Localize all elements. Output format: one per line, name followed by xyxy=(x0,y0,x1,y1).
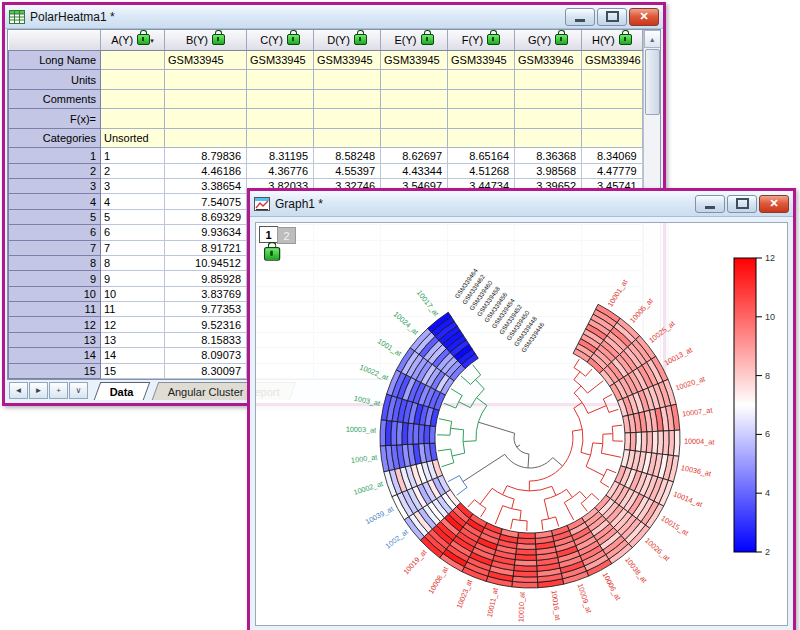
row-number[interactable]: 3 xyxy=(9,179,101,194)
data-cell[interactable]: 10.94512 xyxy=(165,255,247,270)
row-number[interactable]: 6 xyxy=(9,225,101,240)
data-cell[interactable]: 8.62697 xyxy=(381,148,448,163)
data-cell[interactable]: 8.58248 xyxy=(314,148,381,163)
row-number[interactable]: 13 xyxy=(9,332,101,347)
column-header-1[interactable]: B(Y) xyxy=(165,30,247,51)
meta-cell[interactable] xyxy=(247,89,314,108)
data-cell[interactable]: 4.47779 xyxy=(582,163,643,178)
scrollbar-thumb[interactable] xyxy=(645,49,660,115)
sheet-list-button[interactable]: ∨ xyxy=(69,382,88,399)
row-number[interactable]: 9 xyxy=(9,271,101,286)
meta-cell[interactable]: GSM33945 xyxy=(165,51,247,70)
meta-cell[interactable] xyxy=(247,128,314,147)
meta-cell[interactable]: Unsorted xyxy=(101,128,165,147)
minimize-button[interactable] xyxy=(565,8,595,26)
data-cell[interactable]: 7 xyxy=(101,240,165,255)
meta-cell[interactable] xyxy=(582,128,643,147)
data-cell[interactable]: 9.77353 xyxy=(165,302,247,317)
column-header-4[interactable]: E(Y) xyxy=(381,30,448,51)
row-number[interactable]: 14 xyxy=(9,348,101,363)
meta-cell[interactable] xyxy=(314,128,381,147)
meta-cell[interactable] xyxy=(381,89,448,108)
meta-cell[interactable] xyxy=(515,89,582,108)
data-cell[interactable]: 8.91721 xyxy=(165,240,247,255)
meta-cell[interactable] xyxy=(448,70,515,89)
meta-cell[interactable] xyxy=(582,109,643,128)
data-cell[interactable]: 10 xyxy=(101,286,165,301)
data-cell[interactable]: 4.43344 xyxy=(381,163,448,178)
data-cell[interactable]: 8.31195 xyxy=(247,148,314,163)
data-cell[interactable]: 8.15833 xyxy=(165,332,247,347)
row-number[interactable]: 5 xyxy=(9,209,101,224)
row-number[interactable]: 7 xyxy=(9,240,101,255)
meta-cell[interactable] xyxy=(247,70,314,89)
data-cell[interactable]: 3.83769 xyxy=(165,286,247,301)
row-header[interactable]: Categories xyxy=(9,128,101,147)
layer-lock-icon[interactable] xyxy=(264,247,280,261)
meta-cell[interactable] xyxy=(381,128,448,147)
layer-tab-1[interactable]: 1 xyxy=(259,226,278,243)
meta-cell[interactable]: GSM33945 xyxy=(448,51,515,70)
row-number[interactable]: 10 xyxy=(9,286,101,301)
meta-cell[interactable] xyxy=(515,109,582,128)
column-header-3[interactable]: D(Y) xyxy=(314,30,381,51)
close-button[interactable]: ✕ xyxy=(759,195,789,213)
data-cell[interactable]: 8.69329 xyxy=(165,209,247,224)
meta-cell[interactable]: GSM33945 xyxy=(381,51,448,70)
meta-cell[interactable] xyxy=(582,89,643,108)
meta-cell[interactable] xyxy=(448,89,515,108)
data-cell[interactable]: 8 xyxy=(101,255,165,270)
column-header-5[interactable]: F(Y) xyxy=(448,30,515,51)
color-scale[interactable]: 12108642 xyxy=(734,253,775,557)
row-number[interactable]: 15 xyxy=(9,363,101,378)
data-cell[interactable]: 2 xyxy=(101,163,165,178)
data-cell[interactable]: 4.46186 xyxy=(165,163,247,178)
data-cell[interactable]: 4 xyxy=(101,194,165,209)
meta-cell[interactable] xyxy=(515,128,582,147)
data-cell[interactable]: 9.52316 xyxy=(165,317,247,332)
meta-cell[interactable] xyxy=(101,109,165,128)
graph-titlebar[interactable]: Graph1 * ✕ xyxy=(250,191,793,217)
dendrogram[interactable] xyxy=(437,359,623,531)
data-cell[interactable]: 8.34069 xyxy=(582,148,643,163)
row-number[interactable]: 2 xyxy=(9,163,101,178)
restore-button[interactable] xyxy=(727,195,757,213)
data-cell[interactable]: 9.93634 xyxy=(165,225,247,240)
meta-cell[interactable] xyxy=(101,51,165,70)
meta-cell[interactable] xyxy=(101,70,165,89)
meta-cell[interactable]: GSM33946 xyxy=(582,51,643,70)
colorbar[interactable] xyxy=(734,258,756,552)
data-cell[interactable]: 14 xyxy=(101,348,165,363)
column-header-2[interactable]: C(Y) xyxy=(247,30,314,51)
data-cell[interactable]: 13 xyxy=(101,332,165,347)
row-header[interactable]: Comments xyxy=(9,89,101,108)
data-cell[interactable]: 8.30097 xyxy=(165,363,247,378)
meta-cell[interactable]: GSM33946 xyxy=(515,51,582,70)
meta-cell[interactable] xyxy=(381,109,448,128)
data-cell[interactable]: 8.09073 xyxy=(165,348,247,363)
close-button[interactable]: ✕ xyxy=(629,8,659,26)
worksheet-titlebar[interactable]: PolarHeatma1 * ✕ xyxy=(5,5,663,29)
data-cell[interactable]: 12 xyxy=(101,317,165,332)
meta-cell[interactable] xyxy=(381,70,448,89)
meta-cell[interactable] xyxy=(314,70,381,89)
meta-cell[interactable] xyxy=(448,128,515,147)
corner-cell[interactable] xyxy=(9,30,101,51)
data-cell[interactable]: 4.55397 xyxy=(314,163,381,178)
meta-cell[interactable]: GSM33945 xyxy=(247,51,314,70)
meta-cell[interactable] xyxy=(165,128,247,147)
meta-cell[interactable] xyxy=(165,89,247,108)
add-sheet-button[interactable]: + xyxy=(49,382,68,399)
row-number[interactable]: 8 xyxy=(9,255,101,270)
row-number[interactable]: 12 xyxy=(9,317,101,332)
data-cell[interactable]: 3 xyxy=(101,179,165,194)
data-cell[interactable]: 9.85928 xyxy=(165,271,247,286)
column-header-7[interactable]: H(Y) xyxy=(582,30,643,51)
meta-cell[interactable] xyxy=(448,109,515,128)
column-header-6[interactable]: G(Y) xyxy=(515,30,582,51)
meta-cell[interactable] xyxy=(314,109,381,128)
data-cell[interactable]: 6 xyxy=(101,225,165,240)
meta-cell[interactable] xyxy=(165,109,247,128)
graph-page[interactable]: 1 2 10001_at10005_at10025_at10013_at1002… xyxy=(256,223,787,625)
row-header[interactable]: F(x)= xyxy=(9,109,101,128)
